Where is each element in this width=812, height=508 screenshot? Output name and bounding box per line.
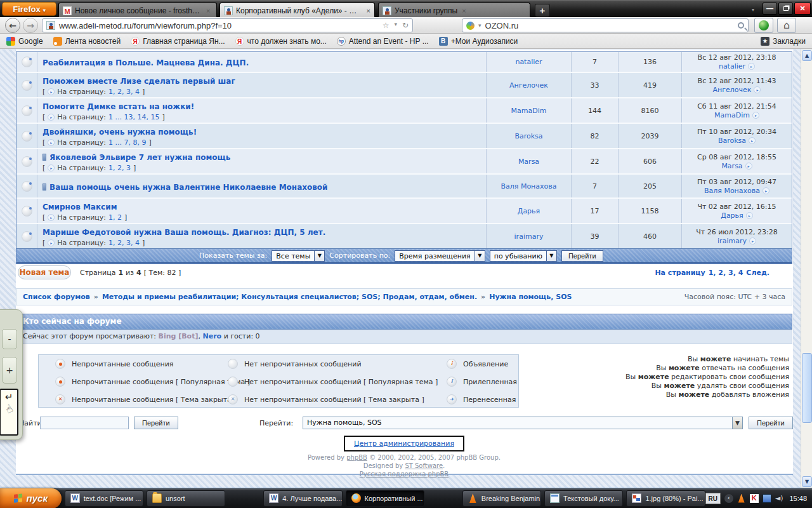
bookmarks-menu-button[interactable]: ★Закладки xyxy=(761,37,809,46)
topic-title-link[interactable]: Марише Федотовой нужна Ваша помощь. Диаг… xyxy=(43,228,325,237)
topic-title-link[interactable]: Поможем вместе Лизе сделать первый шаг xyxy=(43,77,235,86)
lastpost-icon[interactable]: ▸ xyxy=(748,63,755,70)
new-topic-button[interactable]: Новая тема xyxy=(18,265,71,279)
search-engine-icon[interactable] xyxy=(466,22,475,30)
tab-gmail[interactable]: M Новое личное сообщение - frostheart9@.… xyxy=(58,3,217,18)
wot-globe-button[interactable] xyxy=(754,18,773,33)
task-vlc[interactable]: Breaking Benjamin... xyxy=(462,490,541,507)
url-bar[interactable]: www.adeli-metod.ru/forum/viewforum.php?f… xyxy=(42,18,413,32)
task-word-doc2[interactable]: W4. Лучше подава... xyxy=(263,490,342,507)
jump-go-button[interactable]: Перейти xyxy=(749,417,793,429)
page-links[interactable]: 1 ... 13, 14, 15 xyxy=(108,113,159,121)
bookmark-vk-audio[interactable]: B+Мои Аудиозаписи xyxy=(435,36,522,47)
page-links[interactable]: 1, 2, 3, 4 xyxy=(108,239,140,247)
lastpost-author-link[interactable]: iraimary xyxy=(717,237,747,245)
topic-title-link[interactable]: Ваша помощь очень нужна Валентине Никола… xyxy=(49,183,328,192)
sort-direction-select[interactable]: по убыванию▼ xyxy=(490,250,557,262)
lastpost-author-link[interactable]: Marsa xyxy=(721,162,742,170)
tab-list-arrow-icon[interactable]: ▾ xyxy=(752,7,754,13)
breadcrumb-current-forum[interactable]: Нужна помощь, SOS xyxy=(489,293,572,301)
author-link[interactable]: Marsa xyxy=(518,157,539,166)
search-icon[interactable] xyxy=(738,22,744,29)
task-folder-unsort[interactable]: unsort xyxy=(147,490,225,507)
lastpost-icon[interactable]: ▸ xyxy=(749,237,756,244)
author-link[interactable]: MamaDim xyxy=(511,107,547,115)
tab-close-icon[interactable]: × xyxy=(462,7,466,15)
kaspersky-icon[interactable]: K xyxy=(750,494,759,503)
author-link[interactable]: Валя Монахова xyxy=(501,182,556,190)
restore-button[interactable] xyxy=(778,3,793,15)
task-paint[interactable]: 1.jpg (80%) - Pai... xyxy=(626,490,705,507)
page-links[interactable]: 1, 2, 3, 4 xyxy=(108,88,140,96)
bot-link[interactable]: Bing [Bot] xyxy=(159,332,199,340)
bookmark-star-icon[interactable]: ☆ xyxy=(383,21,390,30)
new-tab-button[interactable]: + xyxy=(535,4,550,17)
russian-support-link[interactable]: Русская поддержка phpBB xyxy=(360,471,449,478)
topic-title-link[interactable]: Яковлевой Эльвире 7 лет нужна помощь xyxy=(49,153,230,162)
lastpost-icon[interactable]: ▸ xyxy=(746,212,753,219)
lastpost-author-link[interactable]: MamaDim xyxy=(714,111,750,119)
zoom-in-button[interactable]: + xyxy=(2,357,17,384)
firefox-menu-button[interactable]: Firefox▾ xyxy=(2,2,56,16)
show-topics-select[interactable]: Все темы▼ xyxy=(272,250,325,262)
tab-close-icon[interactable]: × xyxy=(206,7,210,15)
lastpost-icon[interactable]: ▸ xyxy=(752,112,759,119)
lastpost-icon[interactable]: ▸ xyxy=(749,137,756,144)
lastpost-author-link[interactable]: Валя Монахова xyxy=(704,187,760,195)
chevron-down-icon[interactable]: ▾ xyxy=(394,21,397,30)
minimize-button[interactable]: — xyxy=(763,3,777,15)
tab-close-icon[interactable]: × xyxy=(367,7,370,15)
close-button[interactable]: ✕ xyxy=(794,3,811,15)
filter-go-button[interactable]: Перейти xyxy=(561,250,603,262)
start-button[interactable]: пуск xyxy=(0,488,62,508)
bookmark-yandex-home[interactable]: ЯГлавная страница Ян... xyxy=(127,36,228,47)
reload-icon[interactable]: ↻ xyxy=(402,21,409,30)
lastpost-author-link[interactable]: Baroksa xyxy=(718,137,746,145)
author-link[interactable]: Дарья xyxy=(518,207,540,215)
scroll-down-button[interactable]: ▼ xyxy=(802,476,812,487)
task-notepad[interactable]: Текстовый доку... xyxy=(544,490,623,507)
bookmark-yandex-article[interactable]: Ячто должен знать мо... xyxy=(232,36,331,47)
topic-title-link[interactable]: Двойняшки, очень нужна помощь! xyxy=(43,128,197,137)
page-links[interactable]: 1, 2 xyxy=(108,213,122,222)
bookmark-hp-event[interactable]: hpAttend an Event - HP ... xyxy=(333,36,433,47)
search-bar[interactable]: ▾ OZON.ru xyxy=(462,18,749,32)
language-indicator[interactable]: RU xyxy=(705,493,721,504)
back-button[interactable]: ← xyxy=(5,18,20,33)
find-input[interactable] xyxy=(40,417,129,429)
volume-icon[interactable]: ◄) xyxy=(775,494,783,503)
author-link[interactable]: iraimary xyxy=(514,232,544,241)
forward-button[interactable]: → xyxy=(23,18,38,33)
task-firefox-forum[interactable]: Корпоративный ... xyxy=(346,490,424,507)
jump-forum-select[interactable]: Нужна помощь, SOS▼ xyxy=(303,417,743,429)
lastpost-author-link[interactable]: Ангелочек xyxy=(713,86,752,94)
page-number-links[interactable]: 1, 2, 3, 4 xyxy=(709,269,743,277)
lastpost-icon[interactable]: ▸ xyxy=(745,163,752,170)
user-link[interactable]: Nero xyxy=(202,332,221,340)
next-page-link[interactable]: След. xyxy=(746,269,769,277)
scroll-thumb[interactable] xyxy=(802,353,812,423)
vertical-scrollbar[interactable]: ▲ ▼ xyxy=(801,50,812,488)
network-icon[interactable] xyxy=(763,494,771,503)
pagination-links[interactable]: На страницу1, 2, 3, 4След. xyxy=(655,269,769,277)
designer-link[interactable]: ST Software xyxy=(405,462,443,469)
topic-title-link[interactable]: Помогите Димке встать на ножки! xyxy=(43,102,194,111)
admin-panel-link[interactable]: Центр администрирования xyxy=(354,439,454,448)
lastpost-author-link[interactable]: Дарья xyxy=(721,211,743,220)
tab-forum-active[interactable]: Корпоративный клуб «Адели» - Просмо... × xyxy=(219,3,375,18)
author-link[interactable]: Baroksa xyxy=(514,132,542,140)
bookmark-news-feed[interactable]: Лента новостей xyxy=(49,36,125,47)
find-go-button[interactable]: Перейти xyxy=(134,417,178,429)
page-links[interactable]: 1 ... 7, 8, 9 xyxy=(108,138,146,147)
phpbb-link[interactable]: phpBB xyxy=(346,454,367,461)
sort-by-select[interactable]: Время размещения▼ xyxy=(395,250,485,262)
task-word-textdoc[interactable]: Wtext.doc [Режим ... xyxy=(65,490,143,507)
home-button[interactable]: ⌂ xyxy=(777,18,796,33)
lastpost-author-link[interactable]: natalier xyxy=(719,62,745,70)
bookmark-google[interactable]: Google xyxy=(3,36,47,47)
breadcrumb-category[interactable]: Методы и приемы реабилитации; Консультац… xyxy=(102,293,477,301)
breadcrumb-forums-index[interactable]: Список форумов xyxy=(23,293,90,301)
zoom-out-button[interactable]: - xyxy=(2,329,17,349)
vlc-tray-icon[interactable] xyxy=(737,494,746,503)
topic-title-link[interactable]: Смирнов Максим xyxy=(43,203,117,211)
